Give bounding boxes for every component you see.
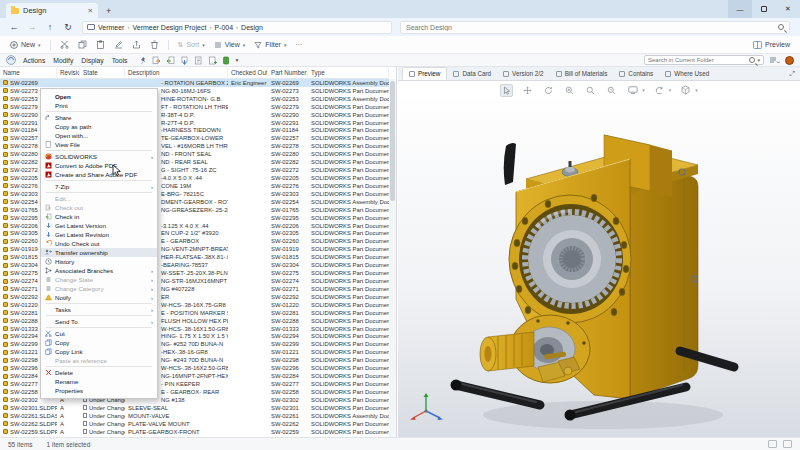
vertical-scrollbar[interactable]	[389, 79, 396, 437]
view-orientation-icon[interactable]	[679, 84, 692, 97]
dropdown-caret-icon[interactable]: ▾	[669, 87, 672, 93]
menu-item[interactable]: Copy Link	[41, 347, 157, 356]
column-header[interactable]: Revisio...	[57, 68, 80, 77]
3d-viewport[interactable]	[398, 99, 800, 437]
copy-button[interactable]	[78, 40, 87, 49]
rotate-icon[interactable]	[542, 84, 555, 97]
menu-item[interactable]: View File	[41, 140, 157, 149]
menu-item[interactable]: Check in	[41, 212, 157, 221]
refresh-button[interactable]: ↻	[60, 20, 76, 34]
rotate-view-icon[interactable]	[653, 84, 666, 97]
pan-icon[interactable]	[521, 84, 534, 97]
details-view-icon[interactable]	[768, 440, 777, 448]
sort-button[interactable]: ⇅Sort▾	[178, 41, 205, 49]
up-button[interactable]: ↑	[42, 20, 58, 34]
tab-contains[interactable]: Contains	[613, 67, 659, 80]
check-out-icon[interactable]	[152, 56, 161, 65]
delete-button[interactable]	[150, 40, 159, 49]
pdm-menu-tools[interactable]: Tools	[111, 57, 129, 64]
tab-bill-of-materials[interactable]: Bill of Materials	[550, 67, 614, 80]
menu-item[interactable]: Delete	[41, 368, 157, 377]
rename-button[interactable]	[114, 40, 123, 49]
tab-preview[interactable]: Preview	[402, 67, 447, 80]
search-box[interactable]	[400, 21, 790, 34]
menu-item[interactable]: Properties	[41, 386, 157, 395]
menu-item[interactable]: 7-Zip›	[41, 182, 157, 191]
table-row[interactable]: SW-02261.SLDASMAUnder ChangeMOUNT-VALVES…	[0, 412, 389, 420]
menu-item[interactable]: Notify›	[41, 293, 157, 302]
back-button[interactable]: ←	[6, 20, 22, 34]
dropdown-caret-icon[interactable]: ▼	[235, 57, 240, 63]
select-arrow-icon[interactable]	[500, 84, 513, 97]
table-row[interactable]: SW-02259.SLDPRTAUnder ChangePLATE-GEARBO…	[0, 428, 389, 436]
column-header[interactable]: Part Number	[268, 68, 308, 77]
preview-toggle[interactable]: Preview	[753, 41, 790, 49]
menu-item[interactable]: Transfer ownership	[41, 248, 157, 257]
menu-item[interactable]: Create and Share Adobe PDF	[41, 170, 157, 179]
zoom-area-icon[interactable]	[605, 84, 618, 97]
scrollbar-thumb[interactable]	[390, 81, 395, 201]
search-input[interactable]	[406, 24, 778, 31]
minimize-button[interactable]: —	[728, 0, 752, 18]
cut-button[interactable]	[60, 40, 69, 49]
column-header[interactable]: Checked Out By	[228, 68, 268, 77]
more-button[interactable]: ···	[295, 41, 302, 48]
menu-item[interactable]: Undo Check out	[41, 239, 157, 248]
menu-item[interactable]: Share	[41, 113, 157, 122]
column-header[interactable]: State	[80, 68, 125, 77]
pin-icon[interactable]	[139, 56, 147, 65]
breadcrumb-item[interactable]: P-004	[214, 24, 233, 31]
zoom-fit-icon[interactable]	[584, 84, 597, 97]
menu-item[interactable]: History	[41, 257, 157, 266]
tab-where-used[interactable]: Where Used	[659, 67, 715, 80]
menu-item[interactable]: Rename	[41, 377, 157, 386]
breadcrumb-item[interactable]: Design	[241, 24, 263, 31]
view-button[interactable]: View▾	[214, 41, 246, 49]
state-icon[interactable]	[222, 56, 230, 65]
menu-item[interactable]: Get Latest Revision	[41, 230, 157, 239]
menu-item[interactable]: Print	[41, 101, 157, 110]
get-latest-version-icon[interactable]	[180, 56, 189, 65]
user-avatar[interactable]	[785, 56, 794, 65]
table-row[interactable]: SW-02269- ROTATION GEARBOX 24X40BEric En…	[0, 79, 389, 87]
dropdown-caret-icon[interactable]: ▾	[642, 87, 645, 93]
menu-item[interactable]: Convert to Adobe PDF	[41, 161, 157, 170]
menu-item[interactable]: SOLIDWORKS›	[41, 152, 157, 161]
menu-item[interactable]: Copy as path	[41, 122, 157, 131]
large-icons-view-icon[interactable]	[783, 440, 792, 448]
check-in-icon[interactable]	[166, 56, 175, 65]
tab-data-card[interactable]: Data Card	[447, 67, 497, 80]
new-tab-button[interactable]: +	[106, 6, 111, 18]
maximize-button[interactable]	[752, 0, 776, 18]
breadcrumb-item[interactable]: Vermeer	[98, 24, 124, 31]
menu-item[interactable]: Copy	[41, 338, 157, 347]
expand-icon[interactable]: ⤢	[789, 70, 795, 78]
breadcrumb[interactable]: Vermeer›Vermeer Design Project›P-004›Des…	[82, 21, 392, 34]
display-style-icon[interactable]	[626, 84, 639, 97]
menu-item[interactable]: Send To›	[41, 317, 157, 326]
forward-button[interactable]: →	[24, 20, 40, 34]
menu-item[interactable]: Tasks›	[41, 305, 157, 314]
menu-item[interactable]: Associated Branches›	[41, 266, 157, 275]
column-header[interactable]: Name	[0, 68, 57, 77]
menu-item[interactable]: Open	[41, 92, 157, 101]
table-row[interactable]: SW-02301.SLDPRTAUnder ChangeSLEEVE-SEALS…	[0, 404, 389, 412]
column-header[interactable]: Description	[125, 68, 228, 77]
pdm-menu-actions[interactable]: Actions	[22, 57, 46, 64]
tab-version-2-2[interactable]: Version 2/2	[497, 67, 550, 80]
menu-item[interactable]: Cut	[41, 329, 157, 338]
new-button[interactable]: New▾	[10, 41, 41, 49]
explorer-tab[interactable]: Design ✕	[6, 3, 98, 18]
pdm-menu-display[interactable]: Display	[80, 57, 104, 64]
menu-item[interactable]: Open with...	[41, 131, 157, 140]
dropdown-caret-icon[interactable]: ▾	[695, 87, 698, 93]
table-row[interactable]: SW-02262.SLDPRTAUnder ChangePLATE-VALVE …	[0, 420, 389, 428]
paste-button[interactable]	[96, 40, 105, 49]
share-button[interactable]	[132, 40, 141, 49]
column-header[interactable]: Type	[308, 68, 389, 77]
view-file-icon[interactable]	[194, 56, 203, 65]
pdm-search-box[interactable]: ▾	[644, 55, 764, 65]
filter-button[interactable]: Filter▾	[254, 41, 286, 49]
pdm-menu-modify[interactable]: Modify	[52, 57, 74, 64]
menu-item[interactable]: Get Latest Version	[41, 221, 157, 230]
